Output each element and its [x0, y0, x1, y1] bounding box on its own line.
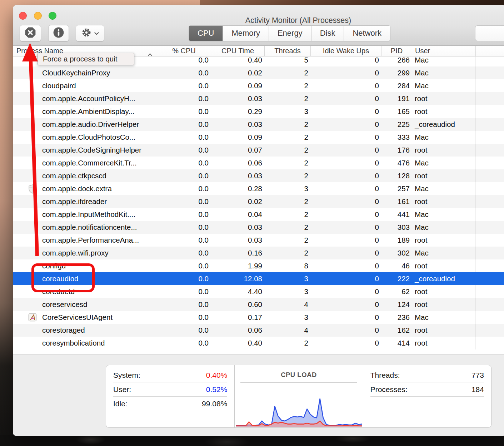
user-stat-row: User: 0.52% — [113, 382, 227, 397]
process-row-com-apple-ifdreader[interactable]: com.apple.ifdreader0.00.0220161root — [13, 195, 504, 208]
threads-value: 2 — [264, 92, 310, 105]
user-value: Mac — [412, 131, 475, 144]
idle-wake-ups-value: 0 — [310, 79, 381, 92]
pid-value: 414 — [381, 337, 412, 350]
threads-value: 2 — [264, 208, 310, 221]
process-name: com.apple.InputMethodKit.... — [42, 208, 135, 221]
process-name: configd — [42, 259, 66, 272]
process-row-configd[interactable]: configd0.01.998046root — [13, 259, 504, 272]
tab-network[interactable]: Network — [344, 26, 390, 41]
no-icon — [27, 274, 38, 284]
process-row-coreservicesuiagent[interactable]: CoreServicesUIAgent0.00.1730236Mac — [13, 311, 504, 324]
column-header--cpu[interactable]: % CPU — [157, 46, 211, 56]
cpu-value: 0.0 — [157, 182, 211, 195]
minimize-window-button[interactable] — [34, 12, 42, 20]
user-value: _coreaudiod — [412, 118, 475, 131]
process-row-coreaudiod[interactable]: coreaudiod0.012.0830222_coreaudiod — [13, 272, 504, 285]
process-row-coreduetd[interactable]: coreduetd0.04.403062root — [13, 285, 504, 298]
idle-wake-ups-value: 0 — [310, 105, 381, 118]
column-header-user[interactable]: User — [412, 46, 475, 56]
process-row-com-apple-codesigninghelper[interactable]: com.apple.CodeSigningHelper0.00.0720176r… — [13, 144, 504, 157]
process-row-coresymbolicationd[interactable]: coresymbolicationd0.00.4020414root — [13, 337, 504, 350]
process-row-com-apple-dock-extra[interactable]: com.apple.dock.extra0.00.2830257Mac — [13, 182, 504, 195]
idle-wake-ups-value: 0 — [310, 247, 381, 259]
cpu-value: 0.0 — [157, 118, 211, 131]
cpu-value: 0.0 — [157, 247, 211, 259]
threads-value: 3 — [264, 105, 310, 118]
user-value: Mac — [412, 311, 475, 324]
tab-cpu[interactable]: CPU — [189, 26, 223, 41]
cpu-time-value: 0.06 — [211, 324, 264, 337]
view-segmented-control: CPUMemoryEnergyDiskNetwork — [189, 25, 390, 41]
cpu-value: 0.0 — [157, 285, 211, 298]
user-value: Mac — [412, 208, 475, 221]
process-row-coreservicesd[interactable]: coreservicesd0.00.6040124root — [13, 298, 504, 311]
column-header-idle-wake-ups[interactable]: Idle Wake Ups — [310, 46, 381, 56]
pid-value: 165 — [381, 105, 412, 118]
threads-value: 4 — [264, 298, 310, 311]
user-value: Mac — [412, 221, 475, 234]
process-name: com.apple.audio.DriverHelper — [42, 118, 139, 131]
idle-wake-ups-value: 0 — [310, 324, 381, 337]
cpu-load-chart — [236, 383, 362, 427]
no-icon — [27, 325, 38, 335]
desktop-background-trees — [0, 435, 504, 446]
process-row-corestoraged[interactable]: corestoraged0.00.0640162root — [13, 324, 504, 337]
tab-disk[interactable]: Disk — [311, 26, 344, 41]
threads-value: 2 — [264, 66, 310, 79]
column-header-cpu-time[interactable]: CPU Time — [211, 46, 264, 56]
threads-value: 2 — [264, 221, 310, 234]
force-quit-button[interactable] — [20, 25, 41, 41]
column-header-pid[interactable]: PID — [381, 46, 412, 56]
cpu-value: 0.0 — [157, 298, 211, 311]
process-row-cloudkeychainproxy[interactable]: CloudKeychainProxy0.00.0220299Mac — [13, 66, 504, 79]
pid-value: 225 — [381, 118, 412, 131]
pid-value: 189 — [381, 234, 412, 247]
user-value: Mac — [412, 247, 475, 259]
cpu-time-value: 0.07 — [211, 144, 264, 157]
shield-icon — [27, 184, 38, 194]
process-row-com-apple-notificationcente[interactable]: com.apple.notificationcente...0.00.03203… — [13, 221, 504, 234]
process-row-cloudpaird[interactable]: cloudpaird0.00.0920284Mac — [13, 79, 504, 92]
process-name: com.apple.AmbientDisplay... — [42, 105, 134, 118]
cpu-value: 0.0 — [157, 131, 211, 144]
cpu-percent-section: System: 0.40% User: 0.52% Idle: 99.08% — [106, 365, 234, 427]
force-quit-tooltip: Force a process to quit — [38, 53, 134, 65]
user-value: Mac — [412, 182, 475, 195]
tab-memory[interactable]: Memory — [223, 26, 268, 41]
cpu-value: 0.0 — [157, 92, 211, 105]
process-row-com-apple-cloudphotosco[interactable]: com.apple.CloudPhotosCo...0.00.0920333Ma… — [13, 131, 504, 144]
idle-wake-ups-value: 0 — [310, 311, 381, 324]
process-row-com-apple-ctkpcscd[interactable]: com.apple.ctkpcscd0.00.0320128root — [13, 169, 504, 182]
user-value: 0.52% — [206, 382, 228, 397]
zoom-window-button[interactable] — [49, 12, 56, 20]
process-row-com-apple-inputmethodkit[interactable]: com.apple.InputMethodKit....0.00.0420441… — [13, 208, 504, 221]
no-icon — [27, 287, 38, 297]
search-input[interactable] — [475, 25, 504, 41]
cpu-time-value: 0.06 — [211, 157, 264, 169]
process-row-com-apple-commercekit-tr[interactable]: com.apple.CommerceKit.Tr...0.00.0620476M… — [13, 157, 504, 169]
tab-energy[interactable]: Energy — [269, 26, 311, 41]
idle-wake-ups-value: 0 — [310, 118, 381, 131]
process-row-com-apple-audio-driverhelper[interactable]: com.apple.audio.DriverHelper0.00.0320225… — [13, 118, 504, 131]
column-header-threads[interactable]: Threads — [264, 46, 310, 56]
close-window-button[interactable] — [19, 12, 27, 20]
idle-wake-ups-value: 0 — [310, 131, 381, 144]
pid-value: 176 — [381, 144, 412, 157]
pid-value: 303 — [381, 221, 412, 234]
window-title: Activity Monitor (All Processes) — [245, 16, 351, 25]
user-value: root — [412, 169, 475, 182]
cpu-time-value: 0.03 — [211, 169, 264, 182]
pid-value: 476 — [381, 157, 412, 169]
inspect-process-button[interactable] — [48, 25, 69, 41]
process-row-com-apple-accountpolicyh[interactable]: com.apple.AccountPolicyH...0.00.0320191r… — [13, 92, 504, 105]
threads-value: 2 — [264, 131, 310, 144]
options-menu-button[interactable] — [76, 25, 104, 41]
no-icon — [27, 106, 38, 117]
statistics-footer: System: 0.40% User: 0.52% Idle: 99.08% C… — [13, 355, 504, 436]
idle-label: Idle: — [113, 397, 128, 411]
idle-wake-ups-value: 0 — [310, 298, 381, 311]
process-row-com-apple-ambientdisplay[interactable]: com.apple.AmbientDisplay...0.00.2930165r… — [13, 105, 504, 118]
process-row-com-apple-wifi-proxy[interactable]: com.apple.wifi.proxy0.00.1620302Mac — [13, 247, 504, 259]
process-row-com-apple-performanceana[interactable]: com.apple.PerformanceAna...0.00.0320189r… — [13, 234, 504, 247]
